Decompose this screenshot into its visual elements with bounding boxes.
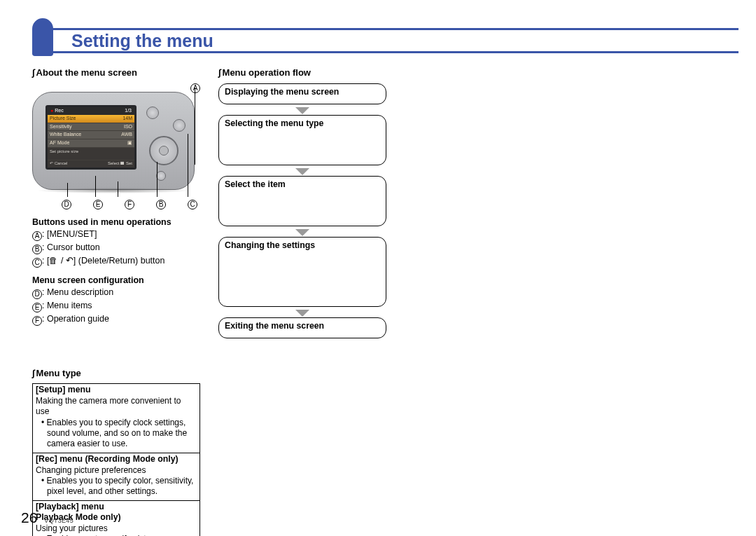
camera-cursor-dial — [149, 136, 178, 165]
desc-B: B: Cursor button — [32, 242, 200, 254]
menu-type-rec: [Rec] menu (Recording Mode only) Changin… — [33, 453, 200, 500]
leader-line — [188, 134, 188, 197]
heading-about-menu-screen: About the menu screen — [32, 67, 200, 79]
camera-button-top — [146, 106, 159, 119]
label-F: F — [125, 200, 134, 209]
lcd-row4: AF Mode — [50, 140, 69, 146]
desc-D: D: Menu description — [32, 287, 200, 299]
leader-line — [95, 176, 96, 197]
lcd-mode: Rec — [50, 108, 64, 114]
label-C: C — [188, 200, 197, 209]
page-title: Setting the menu — [45, 28, 738, 53]
flow-step-2: Selecting the menu type — [218, 115, 386, 165]
desc-E: E: Menu items — [32, 300, 200, 312]
page-number: 26 — [21, 509, 37, 528]
label-D: D — [62, 200, 71, 209]
lcd-desc: Set picture size — [48, 148, 134, 160]
down-arrow-icon — [295, 107, 309, 114]
left-column: About the menu screen A Rec1/3 Picture S… — [32, 64, 200, 536]
lcd-row1: Picture Size — [50, 116, 76, 122]
bullet: Enables you to specify color, sensitivit… — [47, 476, 197, 497]
label-B: B — [156, 200, 166, 209]
leader-line — [118, 181, 118, 197]
title-bar: Setting the menu — [32, 28, 738, 56]
lcd-set: Select ⯀ Set — [108, 161, 132, 167]
heading-operation-flow: Menu operation flow — [218, 67, 386, 79]
bullet: Enables you to specify clock settings, s… — [47, 418, 197, 450]
leader-line — [157, 162, 158, 197]
flow-step-4: Changing the settings — [218, 237, 386, 307]
camera-button-delete — [173, 119, 186, 132]
page-footer: 26 VQT3E45 — [21, 509, 74, 528]
manual-page: Setting the menu About the menu screen A… — [0, 0, 756, 536]
down-arrow-icon — [295, 310, 309, 317]
camera-body: Rec1/3 Picture Size14M SensitivityISO Wh… — [32, 92, 195, 190]
tab-cap-shape — [32, 18, 53, 56]
lcd-page: 1/3 — [125, 108, 132, 114]
flow-step-1: Displaying the menu screen — [218, 83, 386, 104]
lcd-row3: White Balance — [50, 132, 81, 138]
down-arrow-icon — [295, 168, 309, 175]
right-column: Menu operation flow Displaying the menu … — [218, 64, 386, 536]
flow-step-5: Exiting the menu screen — [218, 317, 386, 338]
heading-buttons-used: Buttons used in menu operations — [32, 217, 200, 228]
desc-F: F: Operation guide — [32, 313, 200, 326]
camera-button-menuset — [156, 171, 166, 181]
leader-line — [195, 88, 195, 165]
down-arrow-icon — [295, 229, 309, 236]
flow-step-3: Select the item — [218, 176, 386, 226]
desc-C: C: [🗑 / ↶] (Delete/Return) button — [32, 255, 200, 268]
lcd-row2: Sensitivity — [50, 124, 72, 130]
camera-figure: A Rec1/3 Picture Size14M SensitivityISO … — [32, 83, 200, 209]
camera-lcd: Rec1/3 Picture Size14M SensitivityISO Wh… — [46, 105, 136, 170]
desc-A: A: [MENU/SET] — [32, 228, 200, 241]
content-columns: About the menu screen A Rec1/3 Picture S… — [32, 64, 738, 536]
label-E: E — [93, 200, 103, 209]
lcd-cancel: ↶ Cancel — [50, 161, 67, 167]
leader-line — [67, 183, 68, 197]
label-A: A — [190, 83, 200, 93]
heading-screen-config: Menu screen configuration — [32, 275, 200, 286]
document-id: VQT3E45 — [44, 517, 74, 525]
menu-type-setup: [Setup] menu Making the camera more conv… — [33, 384, 200, 453]
heading-menu-type: Menu type — [32, 368, 200, 380]
